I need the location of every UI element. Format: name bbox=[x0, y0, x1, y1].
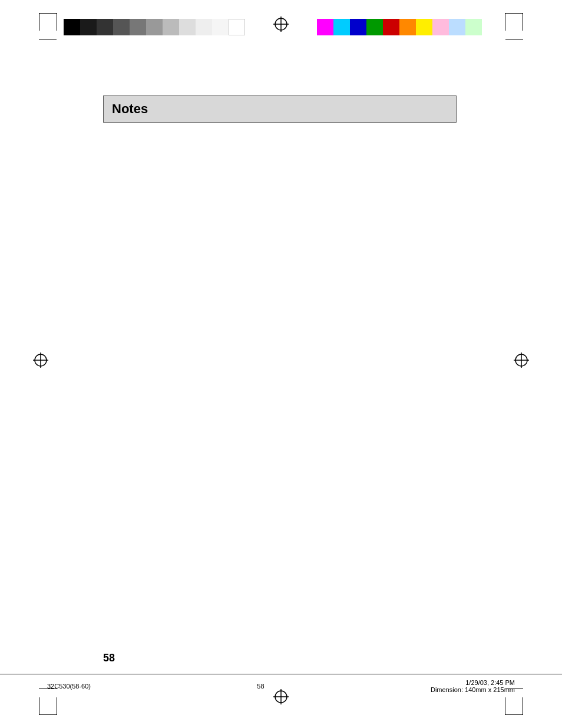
vline-bottom-right bbox=[505, 697, 505, 715]
swatch-light-green bbox=[465, 19, 482, 35]
swatch-gray1 bbox=[80, 19, 97, 35]
crosshair-right-mid bbox=[514, 353, 529, 370]
bottom-right-text: 1/29/03, 2:45 PMDimension: 140mm x 215mm bbox=[431, 679, 515, 693]
swatch-light-blue bbox=[449, 19, 465, 35]
swatch-yellow bbox=[416, 19, 432, 35]
swatch-gray7 bbox=[179, 19, 196, 35]
color-strip-cmyk bbox=[317, 19, 482, 35]
swatch-magenta bbox=[317, 19, 333, 35]
swatch-cyan bbox=[333, 19, 350, 35]
vline-bottom-left bbox=[57, 697, 57, 715]
swatch-black bbox=[64, 19, 80, 35]
hline-bottom-right bbox=[505, 689, 523, 689]
bracket-bottom-right bbox=[505, 697, 523, 715]
swatch-red bbox=[383, 19, 399, 35]
vline-top-left bbox=[57, 13, 57, 31]
hline-top-right bbox=[505, 39, 523, 39]
bracket-top-right bbox=[505, 13, 523, 31]
page-number: 58 bbox=[103, 652, 115, 664]
hline-bottom-left bbox=[39, 689, 57, 689]
swatch-gray4 bbox=[130, 19, 146, 35]
hline-top-left bbox=[39, 39, 57, 39]
swatch-gray8 bbox=[196, 19, 212, 35]
crosshair-bottom-center bbox=[273, 689, 289, 707]
bottom-center-text: 58 bbox=[257, 683, 264, 690]
swatch-gray3 bbox=[113, 19, 130, 35]
notes-title: Notes bbox=[112, 101, 148, 117]
swatch-gray5 bbox=[146, 19, 163, 35]
swatch-orange bbox=[399, 19, 416, 35]
bracket-bottom-left bbox=[39, 697, 57, 715]
swatch-gray2 bbox=[97, 19, 113, 35]
swatch-white bbox=[229, 19, 245, 35]
swatch-gray9 bbox=[212, 19, 229, 35]
color-strip-grayscale bbox=[64, 19, 245, 35]
vline-top-right bbox=[505, 13, 505, 31]
notes-box: Notes bbox=[103, 95, 457, 123]
page: Notes 58 32C530(58-60) 58 1/29/03, 2:45 … bbox=[0, 0, 562, 728]
swatch-green bbox=[366, 19, 383, 35]
crosshair-left-mid bbox=[33, 353, 48, 370]
swatch-gray6 bbox=[163, 19, 179, 35]
bracket-top-left bbox=[39, 13, 57, 31]
swatch-blue bbox=[350, 19, 366, 35]
swatch-light-pink bbox=[432, 19, 449, 35]
crosshair-top-center bbox=[273, 17, 289, 34]
